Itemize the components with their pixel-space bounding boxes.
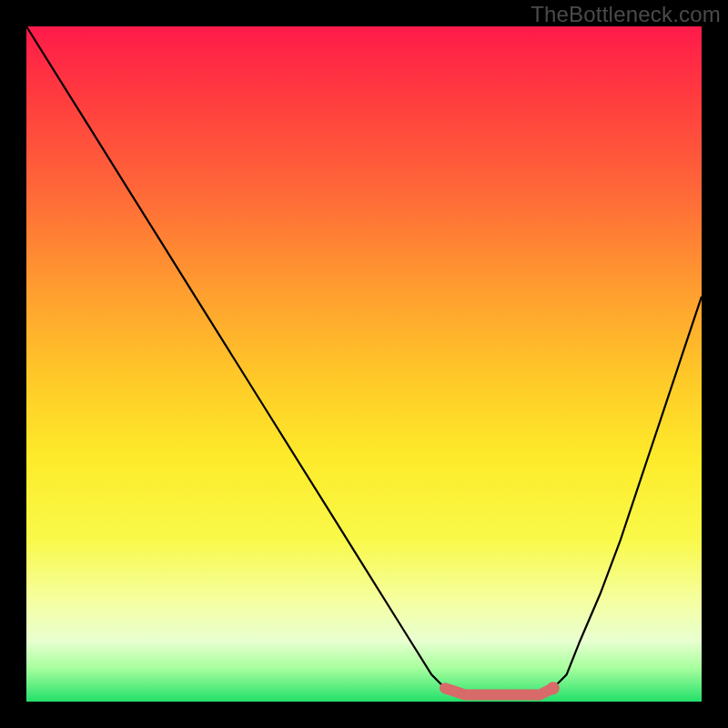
highlight-end-dot	[547, 682, 560, 694]
bottleneck-curve-path	[26, 26, 702, 695]
highlight-segment-path	[445, 688, 553, 694]
watermark-text: TheBottleneck.com	[531, 2, 721, 27]
bottleneck-curve-svg	[26, 26, 702, 702]
chart-plot-area	[26, 26, 702, 702]
